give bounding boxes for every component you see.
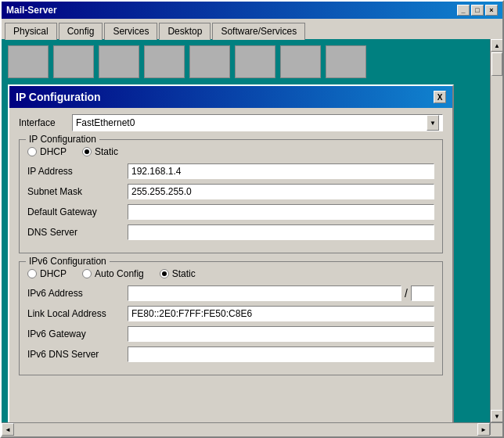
- ipv6-static-option[interactable]: Static: [160, 268, 196, 279]
- ipv6-dhcp-option[interactable]: DHCP: [27, 268, 67, 279]
- interface-select[interactable]: FastEthernet0 ▼: [72, 114, 443, 131]
- device-icon-5: [189, 45, 230, 78]
- horizontal-scrollbar: ◄ ►: [2, 422, 490, 435]
- tab-physical[interactable]: Physical: [5, 23, 57, 40]
- device-icon-2: [53, 45, 94, 78]
- ipv6-dhcp-radio[interactable]: [27, 269, 37, 278]
- dhcp-option[interactable]: DHCP: [27, 146, 67, 157]
- scroll-thumb-v[interactable]: [491, 52, 502, 76]
- scroll-up-button[interactable]: ▲: [491, 39, 502, 52]
- dns-server-row: DNS Server: [27, 224, 434, 240]
- maximize-button[interactable]: □: [471, 5, 484, 16]
- subnet-mask-input[interactable]: [128, 184, 434, 199]
- ipv6-dns-label: IPv6 DNS Server: [27, 349, 121, 360]
- ip-config-dialog: IP Configuration X Interface FastEtherne…: [8, 84, 454, 422]
- close-button[interactable]: ×: [485, 5, 498, 16]
- dialog-title-bar: IP Configuration X: [9, 86, 452, 108]
- dialog-close-button[interactable]: X: [434, 91, 446, 103]
- ipv6-address-inputs: /: [128, 285, 434, 301]
- ipv6-mode-radio-row: DHCP Auto Config Static: [27, 268, 434, 279]
- dhcp-label: DHCP: [40, 146, 67, 157]
- scroll-right-button[interactable]: ►: [477, 423, 490, 436]
- ipv6-address-label: IPv6 Address: [27, 288, 121, 299]
- main-content-area: IP Configuration X Interface FastEtherne…: [2, 39, 490, 422]
- tab-software-services[interactable]: Software/Services: [212, 23, 305, 40]
- ip-address-label: IP Address: [27, 166, 121, 177]
- scroll-track-v: [491, 52, 502, 410]
- ipv6-address-input[interactable]: [128, 285, 401, 301]
- ipv6-static-radio[interactable]: [160, 269, 169, 278]
- scroll-corner: [490, 422, 502, 435]
- device-icon-3: [99, 45, 139, 78]
- minimize-button[interactable]: _: [457, 5, 470, 16]
- ip-mode-radio-row: DHCP Static: [27, 146, 434, 157]
- dns-server-input[interactable]: [128, 224, 434, 240]
- device-icons-row: [8, 45, 484, 78]
- ipv6-dns-input[interactable]: [128, 346, 434, 362]
- ip-address-row: IP Address: [27, 163, 434, 179]
- ipv6-config-legend: IPv6 Configuration: [26, 256, 110, 267]
- ipv6-address-row: IPv6 Address /: [27, 285, 434, 301]
- dhcp-radio[interactable]: [27, 147, 37, 156]
- title-bar: Mail-Server _ □ ×: [2, 2, 502, 19]
- ipv6-auto-option[interactable]: Auto Config: [82, 268, 144, 279]
- ipv6-dhcp-label: DHCP: [40, 268, 67, 279]
- ipv6-gateway-input[interactable]: [128, 326, 434, 342]
- ipv6-config-fieldset: IPv6 Configuration DHCP Auto Config: [19, 261, 443, 375]
- tab-bar: Physical Config Services Desktop Softwar…: [2, 19, 502, 39]
- ipv6-gateway-label: IPv6 Gateway: [27, 328, 121, 339]
- ip-config-legend: IP Configuration: [26, 134, 99, 145]
- link-local-label: Link Local Address: [27, 308, 121, 319]
- device-icon-4: [144, 45, 185, 78]
- dns-server-label: DNS Server: [27, 227, 121, 238]
- window-controls: _ □ ×: [457, 5, 498, 16]
- tab-desktop[interactable]: Desktop: [159, 23, 211, 40]
- interface-label: Interface: [19, 117, 66, 128]
- interface-value: FastEthernet0: [76, 117, 135, 128]
- dialog-title-text: IP Configuration: [16, 91, 101, 103]
- ip-config-fieldset: IP Configuration DHCP Static: [19, 139, 443, 253]
- device-icon-1: [8, 45, 49, 78]
- ipv6-static-label: Static: [172, 268, 196, 279]
- tab-config[interactable]: Config: [59, 23, 103, 40]
- static-label: Static: [95, 146, 118, 157]
- content-wrapper: IP Configuration X Interface FastEtherne…: [2, 39, 502, 422]
- default-gateway-row: Default Gateway: [27, 204, 434, 220]
- ipv6-prefix-input[interactable]: [411, 285, 434, 301]
- ipv6-slash: /: [405, 287, 408, 300]
- static-option[interactable]: Static: [82, 146, 118, 157]
- ip-address-input[interactable]: [128, 163, 434, 179]
- interface-row: Interface FastEthernet0 ▼: [19, 114, 443, 131]
- bottom-bar: ◄ ►: [2, 422, 502, 436]
- window-title: Mail-Server: [6, 5, 57, 16]
- ipv6-gateway-row: IPv6 Gateway: [27, 326, 434, 342]
- scroll-left-button[interactable]: ◄: [2, 423, 14, 436]
- dialog-body: Interface FastEthernet0 ▼ IP Configurati…: [9, 108, 452, 393]
- link-local-input[interactable]: [128, 306, 434, 321]
- link-local-row: Link Local Address: [27, 306, 434, 321]
- scroll-track-h: [14, 423, 477, 435]
- default-gateway-input[interactable]: [128, 204, 434, 220]
- tab-services[interactable]: Services: [104, 23, 157, 40]
- ipv6-auto-radio[interactable]: [82, 269, 92, 278]
- device-icon-7: [280, 45, 321, 78]
- interface-dropdown-arrow[interactable]: ▼: [427, 115, 439, 131]
- ipv6-dns-row: IPv6 DNS Server: [27, 346, 434, 362]
- device-icon-6: [235, 45, 275, 78]
- subnet-mask-row: Subnet Mask: [27, 184, 434, 199]
- right-scrollbar: ▲ ▼: [490, 39, 502, 422]
- static-radio[interactable]: [82, 147, 92, 156]
- scroll-down-button[interactable]: ▼: [491, 410, 502, 422]
- device-icon-8: [326, 45, 366, 78]
- ipv6-auto-label: Auto Config: [95, 268, 144, 279]
- subnet-mask-label: Subnet Mask: [27, 186, 121, 197]
- main-window: Mail-Server _ □ × Physical Config Servic…: [0, 0, 504, 438]
- default-gateway-label: Default Gateway: [27, 206, 121, 217]
